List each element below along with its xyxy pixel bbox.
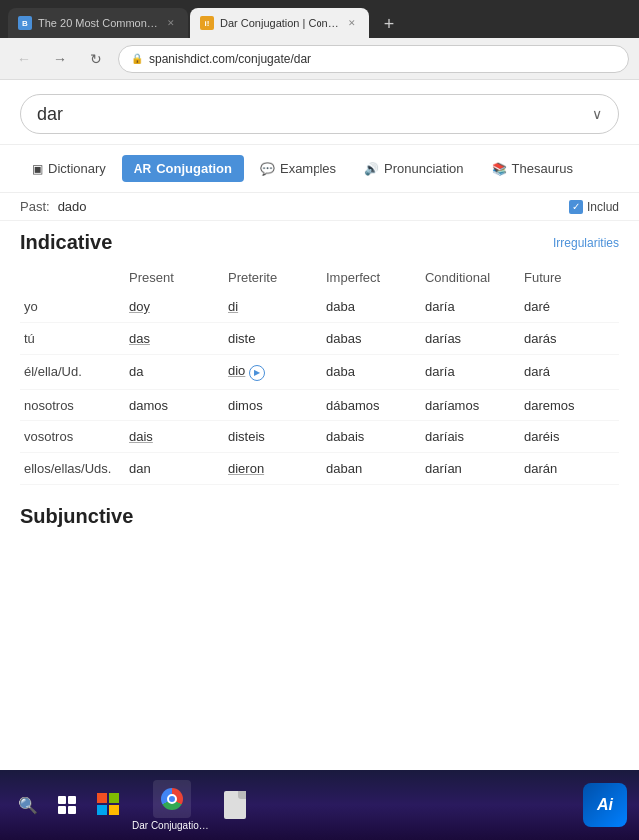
verb-cell: diste bbox=[224, 323, 322, 355]
verb-cell: doy bbox=[125, 291, 224, 323]
include-label: Includ bbox=[587, 200, 619, 214]
chrome-icon bbox=[161, 788, 183, 810]
tab-examples[interactable]: 💬 Examples bbox=[248, 155, 348, 182]
tab-2[interactable]: i! Dar Conjugation | Conjugate Dar ✕ bbox=[190, 8, 369, 38]
tab-dictionary-label: Dictionary bbox=[48, 161, 106, 176]
taskbar-windows[interactable] bbox=[48, 786, 86, 824]
ai-badge[interactable]: Ai bbox=[583, 783, 627, 827]
taskbar-outlook[interactable] bbox=[90, 786, 128, 824]
verb-form: darán bbox=[524, 461, 557, 476]
verb-form: dábamos bbox=[326, 398, 379, 413]
verb-cell: dimos bbox=[224, 389, 322, 420]
conjugation-table: Present Preterite Imperfect Conditional … bbox=[20, 264, 619, 485]
verb-cell: di bbox=[224, 291, 322, 323]
tab-dictionary[interactable]: ▣ Dictionary bbox=[20, 155, 118, 182]
checkbox-icon: ✓ bbox=[569, 200, 583, 214]
verb-form: daba bbox=[326, 299, 355, 314]
verb-form: daba bbox=[326, 364, 355, 379]
refresh-button[interactable]: ↻ bbox=[82, 45, 110, 73]
pronoun-cell: ellos/ellas/Uds. bbox=[20, 452, 125, 484]
verb-form-link[interactable]: doy bbox=[129, 299, 150, 314]
verb-cell: dabais bbox=[322, 420, 421, 452]
verb-cell: daban bbox=[322, 452, 421, 484]
verb-cell: dan bbox=[125, 452, 224, 484]
tab-conjugation-label: Conjugation bbox=[156, 161, 232, 176]
conjugation-icon: AR bbox=[134, 162, 151, 176]
verb-form: dabais bbox=[326, 429, 364, 444]
search-bar-section: dar ∨ bbox=[0, 80, 639, 145]
table-row: él/ella/Ud.dadio▶dabadaríadará bbox=[20, 355, 619, 390]
table-row: nosotrosdamosdimosdábamosdaríamosdaremos bbox=[20, 389, 619, 420]
audio-button[interactable]: ▶ bbox=[249, 365, 265, 381]
col-conditional: Conditional bbox=[421, 264, 520, 291]
table-row: vosotrosdaisdisteisdabaisdaríaisdaréis bbox=[20, 420, 619, 452]
back-button[interactable]: ← bbox=[10, 45, 38, 73]
verb-cell: daríais bbox=[421, 420, 520, 452]
tab-thesaurus[interactable]: 📚 Thesaurus bbox=[480, 155, 585, 182]
forward-button[interactable]: → bbox=[46, 45, 74, 73]
verb-form: daríamos bbox=[425, 398, 479, 413]
pronoun-cell: nosotros bbox=[20, 389, 125, 420]
verb-form: disteis bbox=[228, 429, 265, 444]
verb-form-link[interactable]: das bbox=[129, 331, 150, 346]
verb-form: dimos bbox=[228, 398, 263, 413]
table-row: ellos/ellas/Uds.dandierondabandaríandará… bbox=[20, 452, 619, 484]
tab-1[interactable]: B The 20 Most Common Spanish V ✕ bbox=[8, 8, 188, 38]
tab-pronunciation[interactable]: 🔊 Pronunciation bbox=[352, 155, 476, 182]
col-imperfect: Imperfect bbox=[322, 264, 421, 291]
verb-form: darías bbox=[425, 331, 461, 346]
verb-form: dan bbox=[129, 461, 151, 476]
tab-2-favicon: i! bbox=[200, 16, 214, 30]
taskbar-search[interactable]: 🔍 bbox=[12, 789, 44, 821]
verb-cell: dábamos bbox=[322, 389, 421, 420]
windows-icon bbox=[58, 796, 76, 814]
include-checkbox[interactable]: ✓ Includ bbox=[569, 200, 619, 214]
verb-cell: daréis bbox=[520, 420, 619, 452]
verb-form: daríais bbox=[425, 429, 464, 444]
add-tab-button[interactable]: + bbox=[375, 10, 403, 38]
verb-cell: dio▶ bbox=[224, 355, 322, 390]
verb-form: daremos bbox=[524, 398, 575, 413]
indicative-title: Indicative bbox=[20, 231, 112, 254]
tab-2-close[interactable]: ✕ bbox=[345, 16, 359, 30]
taskbar-chrome-group[interactable]: Dar Conjugation | C... bbox=[132, 780, 212, 831]
pronoun-cell: tú bbox=[20, 323, 125, 355]
tab-bar: B The 20 Most Common Spanish V ✕ i! Dar … bbox=[0, 0, 639, 38]
verb-form: da bbox=[129, 364, 143, 379]
taskbar-file[interactable] bbox=[216, 786, 254, 824]
irregularities-link[interactable]: Irregularities bbox=[553, 236, 619, 250]
nav-tabs: ▣ Dictionary AR Conjugation 💬 Examples 🔊… bbox=[0, 145, 639, 193]
taskbar-chrome[interactable] bbox=[153, 780, 191, 818]
verb-cell: daría bbox=[421, 355, 520, 390]
verb-cell: daba bbox=[322, 291, 421, 323]
taskbar: 🔍 Dar Conjugation | C... Ai bbox=[0, 770, 639, 840]
verb-form-link[interactable]: dio bbox=[228, 363, 245, 378]
verb-cell: das bbox=[125, 323, 224, 355]
verb-form-link[interactable]: dieron bbox=[228, 461, 264, 476]
verb-form: daban bbox=[326, 461, 362, 476]
col-pronoun bbox=[20, 264, 125, 291]
verb-cell: disteis bbox=[224, 420, 322, 452]
verb-cell: daremos bbox=[520, 389, 619, 420]
indicative-section: Indicative Irregularities Present Preter… bbox=[0, 221, 639, 495]
tab-1-close[interactable]: ✕ bbox=[164, 16, 178, 30]
verb-form: darás bbox=[524, 331, 557, 346]
table-row: yodoydidabadaríadaré bbox=[20, 291, 619, 323]
pronoun-cell: vosotros bbox=[20, 420, 125, 452]
verb-form-link[interactable]: dais bbox=[129, 429, 153, 444]
table-row: túdasdistedabasdaríasdarás bbox=[20, 323, 619, 355]
url-field[interactable]: 🔒 spanishdict.com/conjugate/dar bbox=[118, 45, 629, 73]
col-future: Future bbox=[520, 264, 619, 291]
verb-form: daría bbox=[425, 364, 455, 379]
url-text: spanishdict.com/conjugate/dar bbox=[149, 52, 311, 66]
past-row: Past: dado ✓ Includ bbox=[0, 193, 639, 221]
tab-conjugation[interactable]: AR Conjugation bbox=[122, 155, 244, 182]
tab-1-favicon: B bbox=[18, 16, 32, 30]
search-box[interactable]: dar ∨ bbox=[20, 94, 619, 134]
examples-icon: 💬 bbox=[260, 162, 275, 176]
verb-cell: dabas bbox=[322, 323, 421, 355]
verb-cell: daríamos bbox=[421, 389, 520, 420]
past-value: dado bbox=[58, 199, 87, 214]
verb-form-link[interactable]: di bbox=[228, 299, 238, 314]
verb-cell: damos bbox=[125, 389, 224, 420]
